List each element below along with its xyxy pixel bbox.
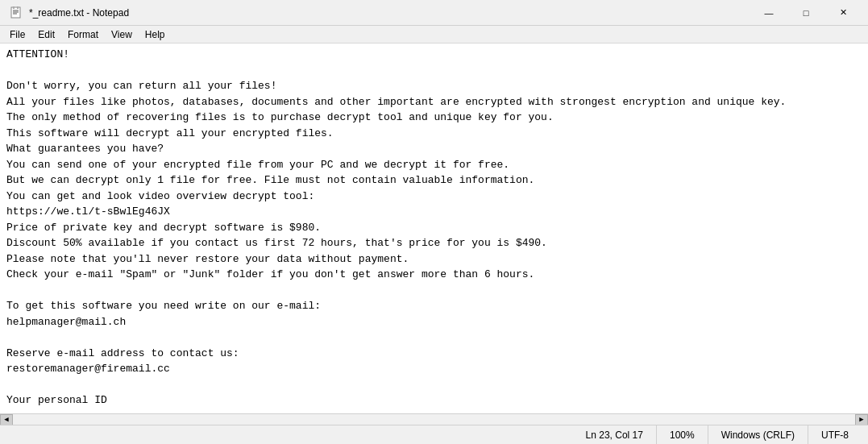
menu-view[interactable]: View — [105, 27, 139, 42]
svg-rect-2 — [17, 6, 19, 9]
menu-file[interactable]: File — [3, 27, 31, 42]
minimize-button[interactable]: — — [750, 0, 787, 26]
editor-scroll[interactable]: ATTENTION! Don't worry, you can return a… — [0, 44, 868, 413]
editor-content[interactable]: ATTENTION! Don't worry, you can return a… — [6, 47, 862, 410]
menu-bar: File Edit Format View Help — [0, 26, 868, 44]
horizontal-scrollbar[interactable]: ◀ ▶ — [0, 413, 868, 425]
menu-help[interactable]: Help — [139, 27, 172, 42]
svg-rect-1 — [13, 6, 15, 9]
encoding: UTF-8 — [808, 425, 862, 444]
notepad-icon — [10, 6, 23, 19]
title-bar-controls: — □ ✕ — [750, 0, 862, 26]
window-title: *_readme.txt - Notepad — [29, 7, 129, 19]
title-bar: *_readme.txt - Notepad — □ ✕ — [0, 0, 868, 26]
maximize-button[interactable]: □ — [787, 0, 824, 26]
line-ending: Windows (CRLF) — [708, 425, 808, 444]
status-bar: Ln 23, Col 17 100% Windows (CRLF) UTF-8 — [0, 425, 868, 444]
scroll-left-button[interactable]: ◀ — [0, 414, 13, 425]
menu-edit[interactable]: Edit — [31, 27, 61, 42]
zoom-level: 100% — [656, 425, 708, 444]
scroll-right-button[interactable]: ▶ — [855, 414, 868, 425]
editor-container: ATTENTION! Don't worry, you can return a… — [0, 44, 868, 425]
close-button[interactable]: ✕ — [824, 0, 862, 26]
scroll-track[interactable] — [13, 414, 855, 425]
title-bar-left: *_readme.txt - Notepad — [10, 6, 129, 19]
cursor-position: Ln 23, Col 17 — [573, 425, 656, 444]
menu-format[interactable]: Format — [61, 27, 105, 42]
